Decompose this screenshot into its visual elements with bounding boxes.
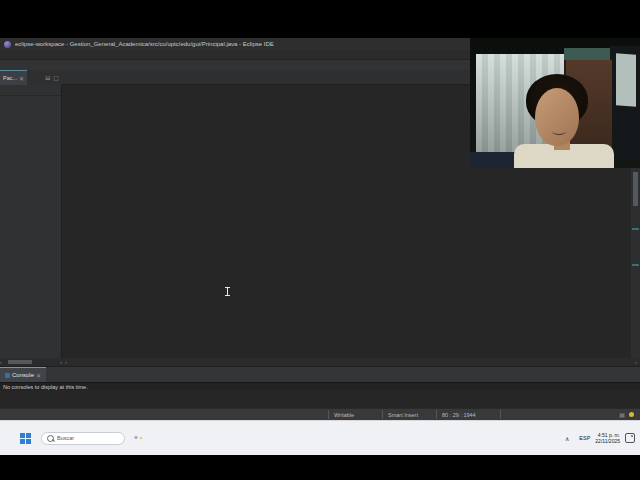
tips-lightbulb-icon[interactable] bbox=[629, 412, 634, 417]
package-explorer-toolbar bbox=[0, 85, 61, 96]
close-icon[interactable]: ✕ bbox=[19, 75, 24, 82]
clock[interactable]: 4:51 p. m. 22/11/2025 bbox=[595, 432, 620, 444]
language-indicator[interactable]: ESP bbox=[579, 435, 590, 441]
minimize-view-icon[interactable]: ⊟ bbox=[45, 75, 50, 81]
tab-package-explorer[interactable]: Pac... ✕ bbox=[0, 70, 27, 86]
console-output-area[interactable] bbox=[0, 390, 640, 408]
letterbox-bottom bbox=[0, 455, 640, 480]
eclipse-logo-icon bbox=[4, 41, 11, 48]
status-writable: Writable bbox=[328, 410, 382, 419]
terminal-status-icon[interactable]: ▤ bbox=[619, 411, 625, 418]
console-tab-row: Console ✕ bbox=[0, 366, 640, 382]
start-button[interactable] bbox=[20, 433, 31, 444]
window-title: eclipse-workspace - Gestion_General_Acad… bbox=[15, 41, 274, 47]
copilot-sparkle-icon[interactable]: ✦✦ bbox=[133, 434, 143, 442]
status-insert-mode: Smart Insert bbox=[382, 410, 436, 419]
webcam-overlay bbox=[470, 38, 640, 168]
letterbox-top bbox=[0, 0, 640, 38]
status-caret-position: 80 : 29 : 1944 bbox=[436, 410, 500, 419]
package-explorer-header: Pac... ✕ ⊟ ▢ bbox=[0, 70, 62, 85]
system-tray: ∧ ESP 4:51 p. m. 22/11/2025 bbox=[565, 432, 640, 444]
windows-taskbar: Buscar ✦✦ ∧ ESP 4:51 p. m. 22/11/2025 bbox=[0, 420, 640, 455]
editor-vscrollbar[interactable] bbox=[631, 168, 640, 358]
tab-console[interactable]: Console ✕ bbox=[0, 367, 46, 383]
text-cursor-pointer bbox=[227, 288, 228, 295]
console-message-bar: No consoles to display at this time. bbox=[0, 382, 640, 390]
console-tab-label: Console bbox=[12, 372, 34, 378]
close-icon[interactable]: ✕ bbox=[36, 372, 41, 379]
webcam-person-face bbox=[535, 88, 579, 146]
notifications-icon[interactable] bbox=[625, 433, 635, 443]
package-explorer-tab-label: Pac... bbox=[3, 75, 17, 81]
search-placeholder: Buscar bbox=[57, 435, 74, 441]
scrollbar-thumb[interactable] bbox=[633, 172, 638, 206]
console-icon bbox=[5, 373, 10, 378]
status-bar: Writable Smart Insert 80 : 29 : 1944 ▤ bbox=[0, 408, 640, 420]
package-explorer-panel[interactable] bbox=[0, 85, 62, 358]
screen: eclipse-workspace - Gestion_General_Acad… bbox=[0, 0, 640, 480]
tray-chevron-icon[interactable]: ∧ bbox=[565, 435, 569, 442]
editor-hscrollbar[interactable]: ‹› bbox=[62, 358, 640, 366]
tray-date: 22/11/2025 bbox=[595, 438, 620, 444]
taskbar-search[interactable]: Buscar bbox=[41, 432, 125, 445]
search-icon bbox=[47, 435, 54, 442]
console-message: No consoles to display at this time. bbox=[3, 384, 88, 390]
package-explorer-hscrollbar[interactable]: ‹ › bbox=[0, 358, 62, 366]
maximize-view-icon[interactable]: ▢ bbox=[53, 75, 59, 81]
